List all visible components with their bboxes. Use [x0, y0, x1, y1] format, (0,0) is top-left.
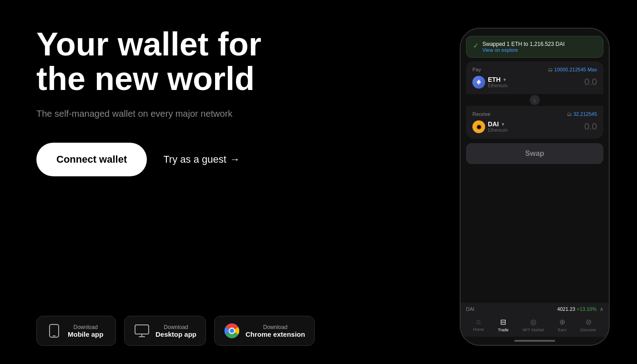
desktop-icon	[134, 323, 150, 339]
dai-icon: ◉	[472, 120, 485, 133]
receive-balance: 🗂 32.212545	[567, 111, 597, 117]
pay-label: Pay	[472, 67, 481, 72]
swap-notification: ✓ Swapped 1 ETH to 1,216.523 DAI View on…	[466, 36, 603, 58]
pay-token-selector[interactable]: ETH ▼ Ethereum	[472, 76, 507, 89]
dai-bar-value: 4021.23 +13.10% ∧	[557, 306, 603, 312]
pay-balance: 🗂 10000.212545 Max	[548, 67, 597, 72]
swap-button[interactable]: Swap	[466, 143, 603, 164]
trade-icon: ⊟	[500, 318, 506, 326]
phone-content: ✓ Swapped 1 ETH to 1,216.523 DAI View on…	[461, 29, 609, 345]
nft-icon: ◎	[530, 318, 537, 326]
swap-direction-arrow[interactable]: ↓	[530, 95, 540, 105]
download-desktop-button[interactable]: Download Desktop app	[124, 316, 206, 346]
chrome-download-text: Download Chrome extension	[246, 324, 305, 338]
dai-bar: DAI 4021.23 +13.10% ∧	[466, 306, 603, 312]
dai-bar-label: DAI	[466, 306, 474, 312]
swap-panel: Pay 🗂 10000.212545 Max ETH	[466, 61, 603, 139]
pay-label-row: Pay 🗂 10000.212545 Max	[472, 67, 597, 72]
svg-point-5	[230, 329, 234, 333]
pay-token-row: ETH ▼ Ethereum 0.0	[472, 76, 597, 89]
eth-name: ETH ▼	[488, 76, 507, 83]
receive-token-row: ◉ DAI ▼ Ethereum 0.0	[472, 120, 597, 133]
home-indicator-bar	[461, 337, 609, 345]
receive-token-selector[interactable]: ◉ DAI ▼ Ethereum	[472, 120, 507, 133]
nav-bar: ⌂ Home ⊟ Trade ◎ NFT Market ⊕ Earn	[466, 316, 603, 333]
mobile-download-text: Download Mobile app	[68, 324, 103, 338]
notif-title: Swapped 1 ETH to 1,216.523 DAI	[482, 41, 597, 47]
home-indicator	[514, 340, 555, 342]
view-on-explorer-link[interactable]: View on explore	[482, 47, 597, 53]
cta-row: Connect wallet Try as a guest →	[36, 143, 410, 176]
chrome-icon	[224, 323, 240, 339]
eth-network: Ethereum	[488, 83, 507, 88]
receive-label: Receive	[472, 111, 491, 117]
svg-rect-0	[50, 324, 59, 337]
dai-network: Ethereum	[488, 128, 507, 133]
phone-bottom-bar: DAI 4021.23 +13.10% ∧ ⌂ Home ⊟ Trade	[461, 303, 609, 337]
discover-icon: ⊘	[586, 318, 592, 326]
svg-rect-1	[53, 335, 55, 336]
success-icon: ✓	[473, 41, 479, 50]
guest-link[interactable]: Try as a guest →	[163, 154, 240, 165]
right-section: ✓ Swapped 1 ETH to 1,216.523 DAI View on…	[446, 0, 637, 364]
swap-button-area: Swap	[466, 143, 603, 164]
nav-discover[interactable]: ⊘ Discover	[581, 318, 597, 332]
receive-amount: 0.0	[584, 121, 597, 132]
receive-label-row: Receive 🗂 32.212545	[472, 111, 597, 117]
svg-rect-2	[135, 325, 149, 334]
phone-mockup: ✓ Swapped 1 ETH to 1,216.523 DAI View on…	[460, 28, 610, 346]
eth-icon	[472, 76, 485, 89]
earn-icon: ⊕	[559, 318, 565, 326]
pay-amount: 0.0	[584, 77, 597, 87]
download-chrome-button[interactable]: Download Chrome extension	[214, 316, 315, 346]
connect-wallet-button[interactable]: Connect wallet	[36, 143, 147, 176]
notification-text: Swapped 1 ETH to 1,216.523 DAI View on e…	[482, 41, 597, 53]
dai-info: DAI ▼ Ethereum	[488, 120, 507, 133]
download-mobile-button[interactable]: Download Mobile app	[36, 316, 116, 346]
nav-earn[interactable]: ⊕ Earn	[558, 318, 567, 332]
download-row: Download Mobile app Download Desktop app	[36, 316, 410, 364]
mobile-icon	[46, 323, 62, 339]
home-icon: ⌂	[476, 318, 481, 326]
spacer	[461, 168, 609, 303]
dai-name: DAI ▼	[488, 120, 507, 128]
receive-section: Receive 🗂 32.212545 ◉ DAI	[466, 106, 603, 139]
hero-subtitle: The self-managed wallet on every major n…	[36, 109, 410, 119]
nav-nft[interactable]: ◎ NFT Market	[522, 318, 544, 332]
desktop-download-text: Download Desktop app	[155, 324, 196, 338]
eth-info: ETH ▼ Ethereum	[488, 76, 507, 88]
hero-title: Your wallet for the new world	[36, 27, 318, 96]
nav-trade[interactable]: ⊟ Trade	[498, 318, 508, 332]
left-section: Your wallet for the new world The self-m…	[0, 0, 446, 364]
pay-section: Pay 🗂 10000.212545 Max ETH	[466, 61, 603, 94]
nav-home[interactable]: ⌂ Home	[473, 318, 484, 332]
swap-direction-divider: ↓	[466, 94, 603, 106]
